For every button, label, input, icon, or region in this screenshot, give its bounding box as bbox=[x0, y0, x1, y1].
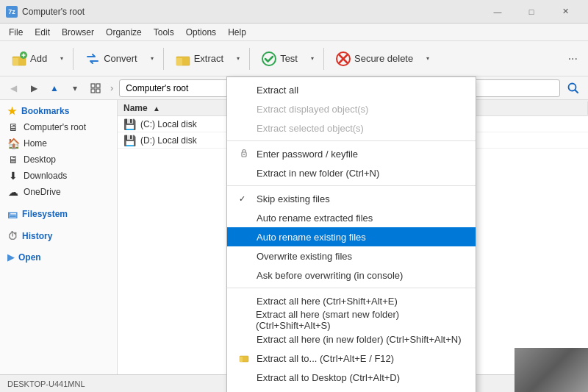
addr-separator-1: › bbox=[110, 82, 113, 93]
desktop-icon: 🖥 bbox=[7, 154, 19, 165]
add-dropdown[interactable]: ▾ bbox=[55, 45, 68, 73]
menu-ask-before-overwrite[interactable]: Ask before overwriting (in console) bbox=[227, 266, 476, 285]
menu-overwrite-existing[interactable]: Overwrite existing files bbox=[227, 246, 476, 266]
menu-extract-all-desktop[interactable]: Extract all to Desktop (Ctrl+Alt+D) bbox=[227, 368, 476, 387]
menu-tools[interactable]: Tools bbox=[148, 26, 180, 39]
sidebar-history-header[interactable]: ⏱ History bbox=[0, 228, 117, 244]
search-button[interactable] bbox=[563, 79, 584, 97]
menu-extract-all-here-2[interactable]: Extract all here (smart new folder) (Ctr… bbox=[227, 310, 476, 329]
more-button[interactable]: ··· bbox=[562, 49, 584, 68]
sidebar-desktop-label: Desktop bbox=[24, 154, 56, 165]
add-label: Add bbox=[30, 53, 47, 64]
svg-point-7 bbox=[262, 52, 276, 65]
open-icon: ▶ bbox=[7, 252, 14, 263]
test-button[interactable]: Test bbox=[254, 45, 304, 73]
svg-rect-12 bbox=[96, 84, 100, 88]
open-label: Open bbox=[18, 252, 41, 263]
sort-indicator: ▲ bbox=[153, 104, 160, 113]
status-thumbnail bbox=[514, 348, 588, 392]
path-root: Computer's root bbox=[126, 83, 188, 93]
history-label: History bbox=[22, 231, 52, 241]
sidebar-bookmarks-header[interactable]: ★ Bookmarks bbox=[0, 103, 117, 119]
menu-extract-new-folder[interactable]: Extract in new folder (Ctrl+N) bbox=[227, 163, 476, 182]
sidebar-open-header[interactable]: ▶ Open bbox=[0, 250, 117, 265]
sidebar-item-home[interactable]: 🏠 Home bbox=[0, 135, 117, 152]
menu-browser[interactable]: Browser bbox=[56, 26, 100, 39]
window-controls: — □ ✕ bbox=[481, 0, 582, 24]
secure-delete-dropdown[interactable]: ▾ bbox=[421, 45, 434, 73]
menu-organize[interactable]: Organize bbox=[100, 26, 148, 39]
separator-1 bbox=[227, 140, 476, 141]
extract-dropdown-menu: Extract all Extract displayed object(s) … bbox=[226, 76, 476, 392]
forward-button[interactable]: ▶ bbox=[25, 79, 43, 97]
menu-extract-all-here-3[interactable]: Extract all here (in new folder) (Ctrl+S… bbox=[227, 329, 476, 349]
menu-skip-existing[interactable]: ✓ Skip existing files bbox=[227, 189, 476, 208]
sidebar-item-computer-root[interactable]: 🖥 Computer's root bbox=[0, 119, 117, 135]
back-button[interactable]: ◀ bbox=[4, 79, 22, 97]
onedrive-icon: ☁ bbox=[7, 186, 19, 198]
sidebar: ★ Bookmarks 🖥 Computer's root 🏠 Home 🖥 D… bbox=[0, 100, 118, 374]
history-dropdown-button[interactable]: ▾ bbox=[66, 79, 84, 97]
sidebar-home-label: Home bbox=[24, 138, 47, 149]
sidebar-filesystem-header[interactable]: 🖴 Filesystem bbox=[0, 206, 117, 222]
filesystem-label: Filesystem bbox=[22, 209, 68, 219]
test-label: Test bbox=[280, 53, 298, 64]
app-icon: 7z bbox=[6, 6, 18, 18]
menu-extract-displayed: Extract displayed object(s) bbox=[227, 99, 476, 118]
sidebar-item-onedrive[interactable]: ☁ OneDrive bbox=[0, 184, 117, 200]
extract-button[interactable]: Extract bbox=[168, 45, 230, 73]
window-title: Computer's root bbox=[22, 7, 481, 17]
svg-point-18 bbox=[243, 154, 245, 155]
secure-delete-button[interactable]: Secure delete bbox=[329, 45, 420, 73]
svg-rect-14 bbox=[96, 89, 100, 93]
minimize-button[interactable]: — bbox=[481, 0, 514, 24]
toolbar: Add ▾ Convert ▾ Extract ▾ bbox=[0, 41, 588, 76]
svg-line-16 bbox=[576, 90, 578, 93]
test-dropdown[interactable]: ▾ bbox=[306, 45, 319, 73]
toolbar-divider-2 bbox=[163, 48, 164, 70]
toolbar-divider-1 bbox=[73, 48, 74, 70]
menu-options[interactable]: Options bbox=[180, 26, 222, 39]
convert-button[interactable]: Convert bbox=[78, 45, 144, 73]
extract-label: Extract bbox=[194, 53, 223, 64]
secure-delete-icon bbox=[335, 51, 351, 67]
add-icon bbox=[11, 51, 27, 67]
maximize-button[interactable]: □ bbox=[514, 0, 548, 24]
sidebar-item-downloads[interactable]: ⬇ Downloads bbox=[0, 168, 117, 184]
menu-auto-rename-existing[interactable]: Auto rename existing files bbox=[227, 227, 476, 246]
menu-extract-all-here-1[interactable]: Extract all here (Ctrl+Shift+Alt+E) bbox=[227, 291, 476, 310]
home-icon: 🏠 bbox=[7, 138, 19, 149]
extract-icon bbox=[175, 51, 191, 67]
history-icon: ⏱ bbox=[7, 230, 18, 242]
menu-auto-rename-extracted[interactable]: Auto rename extracted files bbox=[227, 208, 476, 227]
add-button[interactable]: Add bbox=[4, 45, 54, 73]
svg-rect-13 bbox=[91, 89, 95, 93]
disk-c-icon: 💾 bbox=[123, 118, 136, 130]
menu-extract-all-to[interactable]: Extract all to... (Ctrl+Alt+E / F12) bbox=[227, 349, 476, 368]
menu-extract-all-documents[interactable]: Extract all to Documents (Ctrl+Shift+Alt… bbox=[227, 387, 476, 392]
convert-dropdown[interactable]: ▾ bbox=[146, 45, 159, 73]
separator-2 bbox=[227, 185, 476, 186]
convert-label: Convert bbox=[104, 53, 137, 64]
view-button[interactable] bbox=[87, 79, 104, 97]
toolbar-divider-3 bbox=[249, 48, 250, 70]
menu-file[interactable]: File bbox=[3, 26, 29, 39]
menu-extract-all[interactable]: Extract all bbox=[227, 80, 476, 99]
up-button[interactable]: ▲ bbox=[46, 79, 63, 97]
bookmark-icon: ★ bbox=[7, 105, 17, 117]
svg-rect-1 bbox=[12, 58, 18, 65]
menu-enter-password[interactable]: Enter password / keyfile bbox=[227, 144, 476, 163]
svg-rect-11 bbox=[91, 84, 95, 88]
status-text: DESKTOP-U441MNL bbox=[7, 379, 85, 388]
menu-help[interactable]: Help bbox=[222, 26, 252, 39]
extract-dropdown[interactable]: ▾ bbox=[232, 45, 245, 73]
convert-icon bbox=[85, 51, 101, 67]
toolbar-divider-4 bbox=[323, 48, 324, 70]
secure-delete-label: Secure delete bbox=[354, 53, 413, 64]
downloads-icon: ⬇ bbox=[7, 170, 19, 182]
computer-root-icon: 🖥 bbox=[7, 121, 19, 133]
sidebar-item-desktop[interactable]: 🖥 Desktop bbox=[0, 152, 117, 168]
menu-edit[interactable]: Edit bbox=[29, 26, 56, 39]
close-button[interactable]: ✕ bbox=[548, 0, 582, 24]
menu-bar: File Edit Browser Organize Tools Options… bbox=[0, 24, 588, 41]
